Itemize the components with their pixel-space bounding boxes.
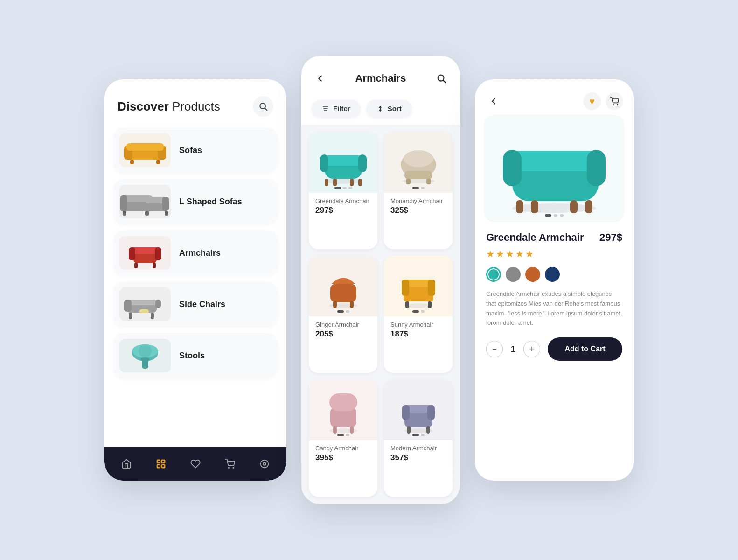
svg-rect-21 — [134, 263, 138, 268]
category-label-armchairs: Armchairs — [179, 248, 221, 258]
nav-cart[interactable] — [220, 454, 240, 474]
sidechair-icon — [122, 288, 168, 320]
svg-point-34 — [140, 357, 150, 361]
svg-rect-75 — [428, 301, 432, 308]
product-name-greendale: Greendale Armchair — [315, 197, 371, 204]
svg-rect-63 — [406, 179, 411, 184]
category-item-armchairs[interactable]: Armchairs — [114, 231, 277, 275]
detail-product-image — [484, 115, 624, 222]
product-card-monarchy[interactable]: Monarchy Armchair 325$ — [384, 132, 453, 249]
increase-quantity-button[interactable]: + — [523, 341, 540, 357]
svg-rect-36 — [162, 460, 165, 463]
detail-product-name: Greendale Armchair — [486, 231, 584, 244]
product-card-ginger[interactable]: Ginger Armchair 205$ — [309, 256, 377, 373]
product-price-ginger: 205$ — [315, 329, 371, 339]
svg-rect-16 — [165, 211, 168, 216]
svg-rect-20 — [155, 247, 161, 260]
category-label-stools: Stools — [179, 351, 205, 361]
card-info-sunny: Sunny Armchair 187$ — [384, 316, 453, 345]
stool-icon — [128, 340, 163, 371]
category-item-lshaped[interactable]: L Shaped Sofas — [114, 179, 277, 224]
product-price-modern: 357$ — [390, 453, 446, 462]
cart-button[interactable] — [606, 92, 623, 110]
svg-rect-79 — [333, 426, 337, 434]
color-navy[interactable] — [545, 267, 560, 282]
list-search-button[interactable] — [433, 70, 450, 87]
discover-header: Discover Products — [104, 79, 286, 126]
svg-point-88 — [613, 105, 614, 105]
quantity-value: 1 — [508, 344, 518, 354]
card-dots-ginger — [337, 310, 349, 313]
svg-rect-35 — [157, 460, 160, 463]
color-gray[interactable] — [506, 267, 521, 282]
decrease-quantity-button[interactable]: − — [486, 341, 503, 357]
svg-rect-38 — [162, 465, 165, 468]
product-price-sunny: 187$ — [390, 329, 446, 339]
product-image-monarchy — [384, 132, 453, 193]
svg-point-42 — [263, 462, 266, 465]
svg-line-1 — [265, 108, 267, 111]
svg-rect-26 — [155, 300, 161, 308]
nav-wishlist[interactable] — [185, 454, 206, 474]
product-card-modern[interactable]: Modern Armchair 357$ — [384, 379, 453, 497]
svg-rect-72 — [402, 280, 409, 296]
nav-chat[interactable] — [254, 454, 275, 474]
color-rust[interactable] — [525, 267, 540, 282]
svg-rect-6 — [130, 160, 134, 164]
back-button[interactable] — [312, 70, 328, 87]
svg-rect-97 — [570, 200, 578, 213]
star-1: ★ — [486, 248, 494, 259]
svg-point-39 — [228, 467, 229, 468]
product-card-sunny[interactable]: Sunny Armchair 187$ — [384, 256, 453, 373]
svg-rect-74 — [405, 301, 409, 308]
category-item-stools[interactable]: Stools — [114, 333, 277, 378]
product-grid: Greendale Armchair 297$ Mon — [301, 125, 460, 504]
svg-rect-64 — [426, 179, 431, 184]
product-card-candy[interactable]: Candy Armchair 395$ — [309, 379, 377, 497]
rating-stars: ★ ★ ★ ★ ★ — [486, 248, 622, 259]
svg-rect-62 — [404, 171, 432, 179]
svg-point-32 — [139, 344, 152, 357]
svg-rect-98 — [585, 200, 592, 213]
svg-line-44 — [443, 80, 446, 83]
svg-rect-67 — [333, 301, 337, 308]
page-title: Discover Products — [118, 99, 220, 114]
wishlist-button[interactable]: ♥ — [583, 92, 601, 110]
card-info-candy: Candy Armchair 395$ — [309, 440, 377, 469]
svg-rect-29 — [139, 309, 149, 313]
svg-rect-25 — [124, 300, 132, 312]
detail-content: Greendale Armchair 297$ ★ ★ ★ ★ ★ Greend… — [475, 222, 634, 481]
search-button[interactable] — [253, 96, 273, 117]
product-price-greendale: 297$ — [315, 206, 371, 215]
svg-rect-57 — [350, 179, 354, 186]
svg-rect-66 — [330, 284, 356, 302]
svg-rect-93 — [503, 150, 522, 186]
svg-rect-73 — [428, 280, 435, 296]
card-dots-modern — [412, 434, 425, 436]
svg-rect-5 — [126, 143, 164, 151]
detail-header: ♥ — [475, 79, 634, 115]
product-image-ginger — [309, 256, 377, 316]
detail-product-price: 297$ — [599, 231, 622, 244]
star-5: ★ — [525, 248, 534, 259]
nav-home[interactable] — [116, 454, 137, 474]
product-image-sunny — [384, 256, 453, 316]
product-name-monarchy: Monarchy Armchair — [390, 197, 446, 204]
category-item-sidechairs[interactable]: Side Chairs — [114, 282, 277, 327]
category-image-armchairs — [119, 236, 171, 270]
sort-button[interactable]: Sort — [366, 100, 412, 117]
color-teal[interactable] — [486, 267, 501, 282]
bottom-navigation — [104, 447, 286, 481]
screen-product-detail: ♥ Greendale Armchair 297$ — [475, 79, 634, 481]
add-to-cart-button[interactable]: Add to Cart — [548, 337, 622, 361]
filter-button[interactable]: Filter — [312, 100, 361, 117]
category-item-sofas[interactable]: Sofas — [114, 128, 277, 173]
detail-back-button[interactable] — [485, 93, 502, 110]
card-dots-monarchy — [412, 187, 425, 189]
svg-point-40 — [233, 467, 234, 468]
svg-rect-37 — [157, 465, 160, 468]
product-card-greendale[interactable]: Greendale Armchair 297$ — [309, 132, 377, 249]
nav-grid[interactable] — [151, 454, 171, 474]
svg-point-61 — [404, 150, 433, 167]
product-image-modern — [384, 379, 453, 440]
